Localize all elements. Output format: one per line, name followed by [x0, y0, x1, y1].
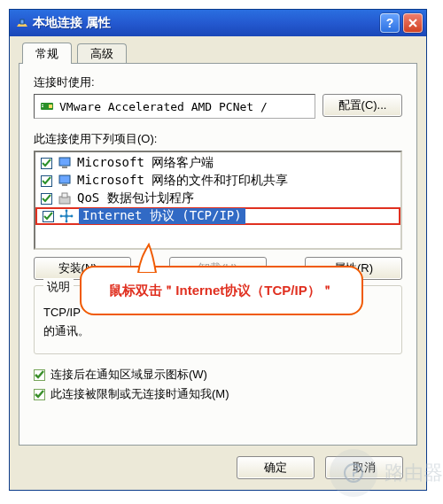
protocol-icon: [59, 209, 74, 223]
check-label-notify: 此连接被限制或无连接时通知我(M): [51, 386, 229, 402]
list-item-label: Microsoft 网络的文件和打印机共享: [77, 173, 288, 189]
adapter-name: VMware Accelerated AMD PCNet /: [59, 100, 268, 113]
list-item[interactable]: Microsoft 网络的文件和打印机共享: [35, 172, 400, 190]
svg-rect-3: [42, 105, 43, 105]
svg-rect-4: [42, 106, 43, 107]
client-area: 常规 高级 连接时使用: VMware Accelerated AMD PCNe…: [10, 36, 426, 490]
svg-point-14: [66, 210, 68, 213]
svg-point-11: [65, 214, 68, 218]
check-label-show-icon: 连接后在通知区域显示图标(W): [51, 367, 207, 383]
checkbox[interactable]: [43, 211, 54, 222]
list-item-selected[interactable]: Internet 协议 (TCP/IP): [35, 207, 400, 225]
watermark-logo-icon: [330, 449, 377, 497]
svg-rect-10: [62, 193, 67, 198]
nic-icon: [40, 99, 54, 113]
window-title: 本地连接 属性: [33, 15, 377, 31]
titlebar[interactable]: 本地连接 属性 ?: [10, 10, 426, 36]
footer-checks: 连接后在通知区域显示图标(W) 此连接被限制或无连接时通知我(M): [34, 367, 402, 402]
adapter-field[interactable]: VMware Accelerated AMD PCNet /: [34, 94, 315, 119]
close-button[interactable]: [403, 13, 423, 33]
items-listbox[interactable]: Microsoft 网络客户端 Microsoft 网络的文件和打印机共享 Qo…: [34, 151, 402, 250]
client-icon: [58, 156, 72, 170]
list-item[interactable]: Microsoft 网络客户端: [35, 154, 400, 172]
checkbox[interactable]: [41, 193, 52, 205]
svg-rect-0: [20, 19, 24, 24]
tab-strip: 常规 高级: [19, 42, 417, 63]
tab-general[interactable]: 常规: [22, 43, 72, 64]
svg-rect-6: [62, 167, 67, 168]
configure-button[interactable]: 配置(C)...: [323, 94, 402, 117]
list-item-label: Microsoft 网络客户端: [77, 155, 214, 171]
list-item-label: Internet 协议 (TCP/IP): [79, 208, 245, 224]
watermark: 路由器: [330, 449, 443, 497]
tab-advanced[interactable]: 高级: [77, 43, 127, 63]
svg-point-17: [353, 478, 355, 481]
checkbox[interactable]: [41, 175, 52, 187]
connect-using-label: 连接时使用:: [34, 74, 402, 90]
window-icon: [15, 16, 29, 30]
ok-button[interactable]: 确定: [237, 456, 315, 479]
checkbox-notify[interactable]: [34, 389, 45, 400]
description-legend: 说明: [43, 279, 74, 295]
svg-point-13: [71, 215, 74, 218]
svg-rect-2: [49, 105, 52, 108]
watermark-text: 路由器: [385, 460, 443, 486]
instruction-callout: 鼠标双击＂Internet协议（TCP/IP）＂: [80, 266, 363, 315]
service-icon: [58, 191, 72, 205]
checkbox-show-icon[interactable]: [34, 369, 45, 381]
svg-rect-5: [59, 158, 70, 166]
help-button[interactable]: ?: [380, 13, 400, 33]
tab-panel-general: 连接时使用: VMware Accelerated AMD PCNet / 配置…: [19, 63, 417, 446]
callout-tail: [135, 243, 161, 273]
properties-dialog: 本地连接 属性 ? 常规 高级 连接时使用: VMware Accelerate…: [9, 9, 427, 491]
checkbox[interactable]: [41, 158, 52, 169]
list-item[interactable]: QoS 数据包计划程序: [35, 190, 400, 207]
svg-point-12: [60, 215, 63, 218]
svg-rect-7: [59, 175, 70, 183]
callout-text: 鼠标双击＂Internet协议（TCP/IP）＂: [109, 283, 333, 299]
list-item-label: QoS 数据包计划程序: [77, 190, 194, 206]
svg-point-15: [66, 221, 68, 223]
items-label: 此连接使用下列项目(O):: [34, 131, 402, 147]
svg-rect-8: [62, 184, 67, 186]
service-icon: [58, 174, 72, 188]
